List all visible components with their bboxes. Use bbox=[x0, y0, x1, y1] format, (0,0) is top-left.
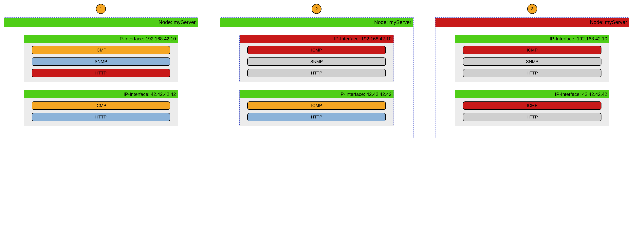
service-pill: ICMP bbox=[32, 46, 170, 54]
service-pill: ICMP bbox=[32, 101, 170, 110]
service-pill: HTTP bbox=[32, 69, 170, 77]
interface-header: IP-Interface: 42.42.42.42 bbox=[455, 90, 609, 98]
service-pill: HTTP bbox=[463, 113, 602, 121]
interface-header: IP-Interface: 192.168.42.10 bbox=[455, 35, 609, 43]
interface-header: IP-Interface: 42.42.42.42 bbox=[24, 90, 178, 98]
service-pill: ICMP bbox=[247, 46, 386, 54]
interface-box: IP-Interface: 42.42.42.42 ICMP HTTP bbox=[24, 90, 178, 126]
service-pill: HTTP bbox=[32, 113, 170, 121]
node-box: Node: myServer IP-Interface: 192.168.42.… bbox=[4, 18, 198, 138]
service-pill: ICMP bbox=[247, 101, 386, 110]
service-pill: HTTP bbox=[247, 69, 386, 77]
interface-header: IP-Interface: 192.168.42.10 bbox=[240, 35, 394, 43]
interface-box: IP-Interface: 42.42.42.42 ICMP HTTP bbox=[240, 90, 394, 126]
service-pill: HTTP bbox=[247, 113, 386, 121]
service-pill: SNMP bbox=[32, 58, 170, 66]
column-badge: 2 bbox=[312, 4, 322, 14]
service-pill: ICMP bbox=[463, 101, 602, 110]
node-box: Node: myServer IP-Interface: 192.168.42.… bbox=[220, 18, 414, 138]
node-header: Node: myServer bbox=[4, 18, 198, 27]
interface-box: IP-Interface: 42.42.42.42 ICMP HTTP bbox=[455, 90, 610, 126]
interface-header: IP-Interface: 192.168.42.10 bbox=[24, 35, 178, 43]
node-header: Node: myServer bbox=[436, 18, 629, 27]
column-badge: 1 bbox=[96, 4, 106, 14]
diagram-canvas: 1 Node: myServer IP-Interface: 192.168.4… bbox=[0, 0, 644, 146]
interface-box: IP-Interface: 192.168.42.10 ICMP SNMP HT… bbox=[455, 35, 610, 82]
column-badge: 3 bbox=[527, 4, 537, 14]
service-pill: ICMP bbox=[463, 46, 602, 54]
interface-box: IP-Interface: 192.168.42.10 ICMP SNMP HT… bbox=[24, 35, 178, 82]
node-box: Node: myServer IP-Interface: 192.168.42.… bbox=[435, 18, 629, 138]
service-pill: SNMP bbox=[463, 58, 602, 66]
service-pill: HTTP bbox=[463, 69, 602, 77]
interface-box: IP-Interface: 192.168.42.10 ICMP SNMP HT… bbox=[240, 35, 394, 82]
service-pill: SNMP bbox=[247, 58, 386, 66]
column-1: 1 Node: myServer IP-Interface: 192.168.4… bbox=[4, 4, 198, 138]
column-2: 2 Node: myServer IP-Interface: 192.168.4… bbox=[220, 4, 414, 138]
column-3: 3 Node: myServer IP-Interface: 192.168.4… bbox=[435, 4, 629, 138]
node-header: Node: myServer bbox=[220, 18, 413, 27]
interface-header: IP-Interface: 42.42.42.42 bbox=[240, 90, 394, 98]
